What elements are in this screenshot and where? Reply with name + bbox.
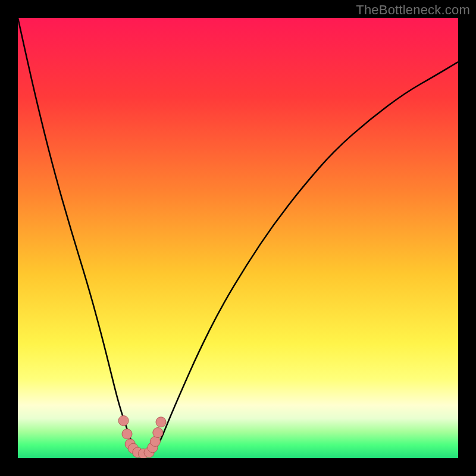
outer-frame: TheBottleneck.com xyxy=(0,0,476,476)
chart-area xyxy=(18,18,458,458)
valley-marker xyxy=(122,429,132,439)
valley-marker xyxy=(156,417,166,427)
chart-svg xyxy=(18,18,458,458)
valley-marker xyxy=(153,428,163,438)
valley-marker xyxy=(118,416,129,426)
gradient-background xyxy=(18,18,458,458)
watermark-text: TheBottleneck.com xyxy=(356,2,470,18)
